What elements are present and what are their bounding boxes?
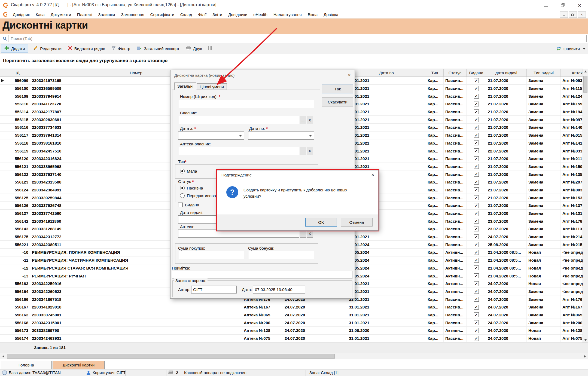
menu-item-5[interactable]: Замовлення bbox=[118, 12, 147, 17]
date-from-combo[interactable] bbox=[178, 132, 244, 140]
scroll-right-icon[interactable] bbox=[581, 353, 588, 360]
issued-checkbox[interactable]: ✓ bbox=[474, 273, 479, 278]
menu-item-3[interactable]: Платежі bbox=[74, 12, 95, 17]
issued-checkbox[interactable]: ✓ bbox=[474, 305, 479, 310]
pharmacy-input[interactable] bbox=[178, 230, 299, 238]
issued-checkbox[interactable]: ✓ bbox=[474, 320, 479, 325]
issued-checkbox[interactable]: ✓ bbox=[474, 203, 479, 208]
column-header-5[interactable]: Дата по bbox=[347, 69, 426, 77]
menu-item-12[interactable]: Налаштування bbox=[270, 12, 305, 17]
menu-item-6[interactable]: Сертифікати bbox=[147, 12, 177, 17]
scroll-up-icon[interactable] bbox=[583, 69, 588, 74]
tab-general[interactable]: Загальні bbox=[174, 82, 196, 90]
menu-item-8[interactable]: Філії bbox=[195, 12, 209, 17]
owner-pharmacy-input[interactable] bbox=[178, 147, 299, 155]
issued-checkbox[interactable]: ✓ bbox=[474, 289, 479, 294]
number-input[interactable] bbox=[178, 100, 314, 108]
issued-checkbox[interactable]: ✓ bbox=[474, 86, 479, 91]
search-input[interactable]: Поиск (Tab) bbox=[1, 35, 587, 42]
menu-item-1[interactable]: Каса bbox=[33, 12, 48, 17]
author-input[interactable]: GIFT bbox=[191, 286, 237, 294]
dialog-close-icon[interactable]: × bbox=[348, 72, 351, 78]
issued-checkbox[interactable]: ✓ bbox=[474, 234, 479, 239]
mdi-restore-button[interactable] bbox=[569, 11, 577, 18]
scroll-left-icon[interactable] bbox=[0, 353, 7, 360]
add-button[interactable]: Додати bbox=[1, 44, 28, 53]
issued-checkbox[interactable]: ✓ bbox=[474, 156, 479, 161]
issued-checkbox[interactable]: ✓ bbox=[474, 148, 479, 153]
owner-clear-button[interactable]: X bbox=[307, 116, 313, 124]
menu-item-14[interactable]: Довідка bbox=[321, 12, 341, 17]
created-date-input[interactable]: 07.03.2025 13:06:40 bbox=[253, 286, 305, 294]
pharmacy-browse-button[interactable]: ... bbox=[300, 230, 306, 238]
menu-item-11[interactable]: eHealth bbox=[250, 12, 270, 17]
window-restore-button[interactable] bbox=[554, 0, 571, 11]
export-button[interactable]: Загальний експорт bbox=[134, 44, 182, 53]
date-to-combo[interactable] bbox=[248, 132, 314, 140]
scroll-down-icon[interactable] bbox=[583, 337, 588, 343]
table-row[interactable]: 5561622203330745001Аптека №06524.07.2020… bbox=[0, 311, 588, 319]
issued-checkbox[interactable]: ✓ bbox=[474, 328, 479, 333]
menu-item-4[interactable]: Залишки bbox=[95, 12, 118, 17]
column-header-7[interactable]: Статус bbox=[444, 69, 467, 77]
issued-checkbox[interactable]: ✓ bbox=[474, 227, 479, 231]
table-row[interactable]: 5561672203341929018Аптека №16724.07.2020… bbox=[0, 303, 588, 311]
issued-checkbox[interactable]: ✓ bbox=[474, 250, 479, 255]
note-input[interactable] bbox=[172, 271, 352, 279]
issued-checkbox[interactable]: ✓ bbox=[474, 133, 479, 138]
sum-purchases-input[interactable] bbox=[178, 251, 244, 259]
horizontal-scroll-thumb[interactable] bbox=[7, 354, 335, 359]
issued-checkbox[interactable]: ✓ bbox=[474, 219, 479, 224]
table-row[interactable]: 5561742203342463931Аптека №07524.07.2020… bbox=[0, 335, 588, 343]
tab-home[interactable]: Головна bbox=[1, 361, 52, 369]
issued-checkbox[interactable]: ✓ bbox=[474, 125, 479, 130]
menu-item-13[interactable]: Вікна bbox=[305, 12, 321, 17]
dialog-cancel-button[interactable]: Скасувати bbox=[322, 97, 353, 106]
toolbar-overflow-chevron-icon[interactable] bbox=[583, 48, 586, 50]
column-header-0[interactable] bbox=[0, 69, 5, 77]
delete-row-button[interactable]: Видалити рядок bbox=[65, 44, 108, 53]
issued-checkbox[interactable]: ✓ bbox=[474, 297, 479, 302]
ok-button[interactable]: OK bbox=[305, 218, 337, 227]
owner-input[interactable] bbox=[178, 116, 299, 124]
issued-checkbox[interactable]: ✓ bbox=[474, 140, 479, 145]
window-close-button[interactable]: × bbox=[571, 0, 588, 11]
issued-checkbox[interactable]: ✓ bbox=[474, 281, 479, 286]
column-header-9[interactable]: дата видачі bbox=[486, 69, 527, 77]
tab-price-conditions[interactable]: Цінові умови bbox=[197, 83, 227, 90]
issued-checkbox[interactable]: ✓ bbox=[474, 336, 479, 341]
mdi-minimize-button[interactable] bbox=[560, 11, 568, 18]
issued-checkbox[interactable]: ✓ bbox=[474, 102, 479, 106]
issued-checkbox[interactable]: ✓ bbox=[474, 258, 479, 263]
issued-checkbox[interactable]: ✓ bbox=[474, 195, 479, 200]
type-radio-card[interactable]: Мапа bbox=[180, 169, 197, 173]
issued-checkbox[interactable]: ✓ bbox=[474, 117, 479, 122]
owner-pharmacy-clear-button[interactable]: X bbox=[307, 147, 313, 155]
dialog-yes-button[interactable]: Так bbox=[322, 84, 353, 93]
table-row[interactable]: 5561682203342315001Аптека №20624.07.2020… bbox=[0, 319, 588, 327]
column-chooser-button[interactable] bbox=[205, 44, 215, 53]
print-button[interactable]: Друк bbox=[183, 44, 205, 53]
status-radio-preactivated[interactable]: Передактивована bbox=[180, 193, 220, 198]
issued-checkbox[interactable]: Видана bbox=[178, 203, 199, 207]
issued-checkbox[interactable]: ✓ bbox=[474, 265, 479, 270]
column-header-8[interactable]: Видана bbox=[467, 69, 486, 77]
issued-checkbox[interactable]: ✓ bbox=[474, 211, 479, 216]
issued-checkbox[interactable]: ✓ bbox=[474, 164, 479, 169]
issued-checkbox[interactable]: ✓ bbox=[474, 94, 479, 99]
status-radio-passive[interactable]: Пасивна bbox=[180, 186, 203, 190]
pharmacy-clear-button[interactable]: X bbox=[307, 230, 313, 238]
menu-item-0[interactable]: Довідник bbox=[10, 12, 33, 17]
filter-button[interactable]: Фільтр bbox=[108, 44, 133, 53]
edit-button[interactable]: Редагувати bbox=[30, 44, 65, 53]
menu-item-10[interactable]: Довідники bbox=[225, 12, 250, 17]
owner-pharmacy-browse-button[interactable]: ... bbox=[300, 147, 306, 155]
vertical-scroll-thumb[interactable] bbox=[583, 76, 587, 93]
issued-checkbox[interactable]: ✓ bbox=[474, 312, 479, 317]
cancel-button[interactable]: Отмена bbox=[341, 218, 373, 227]
issued-checkbox[interactable]: ✓ bbox=[474, 242, 479, 247]
tab-discount-cards[interactable]: Дисконтні картки bbox=[53, 361, 105, 369]
column-header-1[interactable]: ІД bbox=[5, 69, 30, 77]
confirmation-close-icon[interactable]: × bbox=[371, 172, 374, 178]
owner-browse-button[interactable]: ... bbox=[300, 116, 306, 124]
